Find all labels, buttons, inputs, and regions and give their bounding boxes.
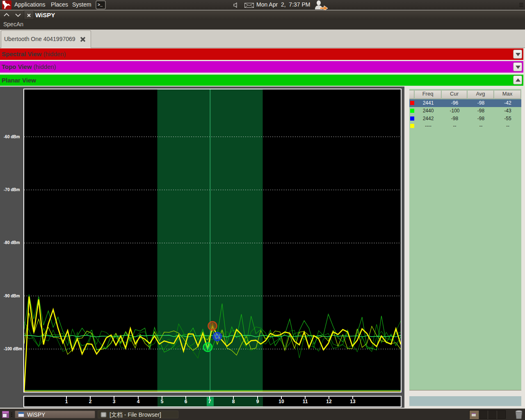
svg-text:>_: >_ — [98, 3, 103, 7]
